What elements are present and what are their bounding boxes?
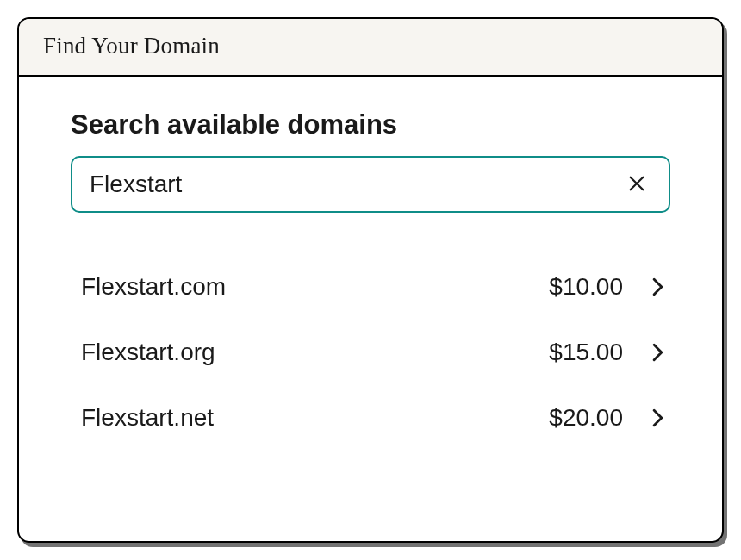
window-title: Find Your Domain — [43, 33, 698, 59]
result-domain-name: Flexstart.org — [81, 339, 549, 366]
search-input[interactable] — [90, 171, 622, 198]
result-domain-name: Flexstart.net — [81, 404, 549, 432]
domain-search-window: Find Your Domain Search available domain… — [17, 17, 724, 543]
clear-search-button[interactable] — [622, 169, 651, 201]
search-heading: Search available domains — [71, 109, 670, 140]
chevron-right-icon — [652, 343, 663, 362]
result-row[interactable]: Flexstart.org $15.00 — [71, 320, 670, 385]
result-row[interactable]: Flexstart.com $10.00 — [71, 254, 670, 320]
result-price: $20.00 — [549, 404, 623, 432]
result-domain-name: Flexstart.com — [81, 273, 549, 301]
search-box — [71, 156, 670, 213]
result-price: $10.00 — [549, 273, 623, 301]
content-area: Search available domains Flexstart.com $… — [19, 77, 722, 541]
chevron-right-icon — [652, 277, 663, 296]
result-row[interactable]: Flexstart.net $20.00 — [71, 385, 670, 451]
results-list: Flexstart.com $10.00 Flexstart.org $15.0… — [71, 254, 670, 451]
chevron-right-icon — [652, 408, 663, 427]
result-price: $15.00 — [549, 339, 623, 366]
x-icon — [627, 174, 646, 196]
titlebar: Find Your Domain — [19, 19, 722, 77]
